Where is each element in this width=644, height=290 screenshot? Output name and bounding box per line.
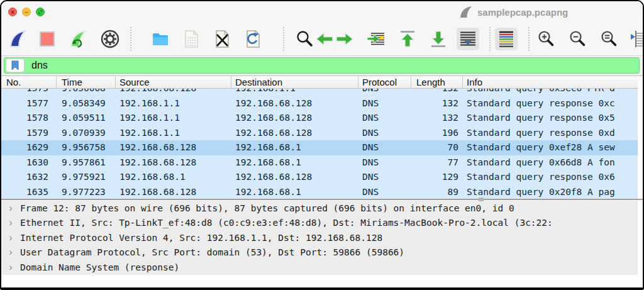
cell-no: 1575 <box>1 89 57 96</box>
auto-scroll-toggle[interactable] <box>457 28 479 50</box>
cell-info: Standard query response 0x5 <box>463 111 638 126</box>
cell-source: 192.168.68.1 <box>116 170 231 185</box>
filter-bookmark-button[interactable] <box>6 59 25 72</box>
packet-row[interactable]: 1635 9.977223 192.168.68.128 192.168.68.… <box>1 185 638 199</box>
colorize-rules-icon <box>496 29 516 49</box>
zoom-in-button[interactable] <box>535 28 557 50</box>
toolbar-separator <box>489 27 491 51</box>
cell-length: 129 <box>411 170 463 185</box>
gear-icon <box>100 29 120 49</box>
splitter-grip[interactable] <box>478 198 484 201</box>
search-icon <box>294 29 314 49</box>
cell-protocol: DNS <box>358 185 411 199</box>
cell-no: 1630 <box>1 155 57 170</box>
cell-length: 89 <box>411 185 463 199</box>
folder-icon <box>150 29 170 49</box>
detail-text: Internet Protocol Version 4, Src: 192.16… <box>20 233 382 243</box>
chevron-right-icon[interactable]: › <box>1 217 20 228</box>
cell-length: 70 <box>411 140 463 155</box>
packet-row[interactable]: 1630 9.957861 192.168.68.128 192.168.68.… <box>1 155 638 170</box>
arrow-down-bar-icon <box>428 29 448 49</box>
cell-info: Standard query response 0x6 <box>463 170 638 185</box>
column-header-length[interactable]: Length <box>411 76 463 88</box>
start-capture-button[interactable] <box>7 28 30 50</box>
column-header-time[interactable]: Time <box>57 76 116 88</box>
packet-row-selected[interactable]: 1629 9.956758 192.168.68.128 192.168.68.… <box>1 140 638 155</box>
find-packet-button[interactable] <box>293 28 316 50</box>
packet-row[interactable]: 1578 9.059511 192.168.1.1 192.168.68.128… <box>1 111 638 126</box>
colorize-toggle[interactable] <box>495 28 518 50</box>
close-file-button[interactable] <box>211 28 233 50</box>
cell-time: 9.975921 <box>57 170 116 185</box>
chevron-right-icon[interactable]: › <box>1 247 20 258</box>
packet-list-header: No. Time Source Destination Protocol Len… <box>1 76 638 89</box>
cell-no: 1578 <box>1 111 57 126</box>
detail-row-frame[interactable]: › Frame 12: 87 bytes on wire (696 bits),… <box>1 201 638 216</box>
cell-source: 192.168.1.1 <box>116 96 231 111</box>
cell-length: 132 <box>411 111 463 126</box>
packet-rows: 1575 9.056008 192.168.68.128 192.168.1.1… <box>1 89 638 199</box>
resize-columns-button[interactable] <box>628 28 644 50</box>
auto-scroll-icon <box>458 29 478 49</box>
open-file-button[interactable] <box>149 28 172 50</box>
go-last-packet-button[interactable] <box>427 28 450 50</box>
capture-options-button[interactable] <box>99 28 121 50</box>
cell-time: 9.977223 <box>57 185 116 199</box>
pane-splitter[interactable] <box>1 199 643 200</box>
packet-details-pane: › Frame 12: 87 bytes on wire (696 bits),… <box>1 200 643 287</box>
column-header-source[interactable]: Source <box>116 76 231 88</box>
display-filter-input[interactable] <box>30 59 639 72</box>
resize-columns-icon <box>629 29 644 49</box>
cell-protocol: DNS <box>358 155 411 170</box>
detail-row-udp[interactable]: › User Datagram Protocol, Src Port: doma… <box>1 245 638 260</box>
packet-row[interactable]: 1575 9.056008 192.168.68.128 192.168.1.1… <box>1 89 638 96</box>
close-window-button[interactable]: × <box>8 8 17 16</box>
packet-row[interactable]: 1577 9.058349 192.168.1.1 192.168.68.128… <box>1 96 638 111</box>
detail-row-ip[interactable]: › Internet Protocol Version 4, Src: 192.… <box>1 230 638 245</box>
minimize-window-button[interactable]: – <box>22 8 31 16</box>
chevron-right-icon[interactable]: › <box>1 203 20 214</box>
arrow-up-bar-icon <box>397 29 418 49</box>
detail-text: User Datagram Protocol, Src Port: domain… <box>20 247 404 257</box>
arrow-right-icon <box>335 29 355 49</box>
detail-text: Domain Name System (response) <box>20 262 179 272</box>
detail-row-dns[interactable]: › Domain Name System (response) <box>1 260 638 275</box>
go-first-packet-button[interactable] <box>396 28 419 50</box>
shark-fin-icon <box>459 6 473 18</box>
go-back-button[interactable] <box>313 28 336 50</box>
cell-protocol: DNS <box>358 140 411 155</box>
cell-destination: 192.168.68.128 <box>231 96 358 111</box>
zoom-out-button[interactable] <box>566 28 589 50</box>
cell-no: 1632 <box>1 170 57 185</box>
column-header-info[interactable]: Info <box>463 76 638 88</box>
display-filter-field[interactable] <box>4 57 640 74</box>
toolbar-separator <box>130 27 131 51</box>
stop-capture-button[interactable] <box>36 28 58 50</box>
go-to-packet-button[interactable] <box>365 28 387 50</box>
chevron-right-icon[interactable]: › <box>1 232 20 243</box>
save-file-button[interactable] <box>180 28 203 50</box>
go-forward-button[interactable] <box>333 28 356 50</box>
save-document-icon <box>181 29 201 49</box>
reload-file-button[interactable] <box>242 28 264 50</box>
detail-row-ethernet[interactable]: › Ethernet II, Src: Tp-LinkT_ef:48:d8 (c… <box>1 216 638 231</box>
packet-row[interactable]: 1632 9.975921 192.168.68.1 192.168.68.12… <box>1 170 638 185</box>
zoom-window-button[interactable] <box>36 8 45 16</box>
chevron-right-icon[interactable]: › <box>1 262 20 273</box>
cell-destination: 192.168.68.1 <box>231 140 358 155</box>
column-header-protocol[interactable]: Protocol <box>358 76 411 88</box>
title-bar: × – samplepcap.pcapng <box>1 1 643 23</box>
column-header-no[interactable]: No. <box>1 76 57 88</box>
cell-info: Standard query 0x5ec6 PTR d <box>463 89 638 96</box>
cell-source: 192.168.68.128 <box>116 140 231 155</box>
column-header-destination[interactable]: Destination <box>231 76 358 88</box>
arrow-left-icon <box>314 29 335 49</box>
cell-info: Standard query response 0xd <box>463 126 638 141</box>
packet-row[interactable]: 1579 9.070939 192.168.1.1 192.168.68.128… <box>1 126 638 141</box>
zoom-reset-icon <box>599 29 619 49</box>
restart-capture-button[interactable] <box>67 28 90 50</box>
cell-time: 9.056008 <box>57 89 116 96</box>
cell-protocol: DNS <box>358 89 411 96</box>
zoom-reset-button[interactable] <box>597 28 620 50</box>
zoom-in-icon <box>536 29 556 49</box>
